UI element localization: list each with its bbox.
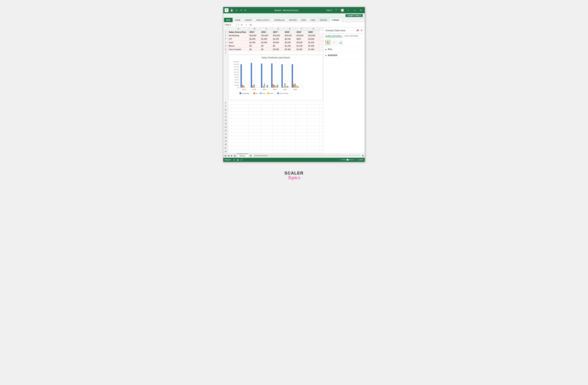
cell-13-b[interactable] <box>249 119 261 122</box>
cell-18-a[interactable] <box>228 136 249 139</box>
cell-7-a[interactable] <box>228 51 249 54</box>
fill-section-header[interactable]: ▶ FILL <box>325 47 363 51</box>
cell-17-d[interactable] <box>272 133 284 136</box>
chart-options-dropdown[interactable]: ▾ <box>341 35 342 37</box>
cell-13-c[interactable] <box>261 119 272 122</box>
col-header-b[interactable]: B <box>249 27 261 30</box>
cell-15-c[interactable] <box>261 126 272 129</box>
confirm-formula-button[interactable]: ✓ <box>244 23 248 27</box>
cell-15-f[interactable] <box>296 126 308 129</box>
cell-14-c[interactable] <box>261 122 272 125</box>
border-section-header[interactable]: ▶ BORDER <box>325 53 363 57</box>
cell-9-g[interactable] <box>308 105 319 108</box>
cell-14-b[interactable] <box>249 122 261 125</box>
cell-10-d[interactable] <box>272 108 284 112</box>
cell-15-d[interactable] <box>272 126 284 129</box>
cell-6-f[interactable]: $1,200 <box>296 48 308 51</box>
cell-13-g[interactable] <box>308 119 319 122</box>
cell-22-g[interactable] <box>308 150 319 153</box>
cell-11-e[interactable] <box>284 112 296 115</box>
tab-file[interactable]: FILE <box>224 18 232 22</box>
cell-13-f[interactable] <box>296 119 308 122</box>
cell-22-d[interactable] <box>272 150 284 153</box>
cell-10-b[interactable] <box>249 108 261 112</box>
cell-3-d[interactable]: $1,000 <box>272 37 284 41</box>
cell-12-f[interactable] <box>296 115 308 118</box>
cell-16-c[interactable] <box>261 129 272 132</box>
chart-options-tab[interactable]: CHART OPTIONS ▾ <box>325 35 342 37</box>
cell-15-g[interactable] <box>308 126 319 129</box>
cell-2-a[interactable]: Net Banking <box>228 34 249 37</box>
cell-11-g[interactable] <box>308 112 319 115</box>
zoom-out-button[interactable]: − <box>338 159 339 161</box>
cell-7-b[interactable] <box>249 51 261 54</box>
cell-8-b[interactable] <box>249 101 261 105</box>
cell-11-a[interactable] <box>228 112 249 115</box>
cell-1-d[interactable]: 2017▾ <box>272 30 284 34</box>
cell-6-g[interactable]: $1,000 <box>308 48 319 51</box>
cell-9-b[interactable] <box>249 105 261 108</box>
cell-22-f[interactable] <box>296 150 308 153</box>
tab-format[interactable]: FORMAT <box>330 18 342 22</box>
cell-18-f[interactable] <box>296 136 308 139</box>
cell-21-c[interactable] <box>261 146 272 150</box>
cell-5-e[interactable]: $1,200 <box>284 44 296 47</box>
cell-9-a[interactable] <box>228 105 249 108</box>
cell-22-e[interactable] <box>284 150 296 153</box>
cell-18-g[interactable] <box>308 136 319 139</box>
cell-19-g[interactable] <box>308 139 319 143</box>
format-panel-pin[interactable]: 📌 <box>356 29 359 32</box>
col-header-d[interactable]: D <box>272 27 284 30</box>
cell-7-c[interactable] <box>261 51 272 54</box>
cell-5-b[interactable]: $0 <box>249 44 261 47</box>
sign-in-link[interactable]: Sign in <box>326 9 332 11</box>
cell-6-a[interactable]: Carry Forward <box>228 48 249 51</box>
close-button[interactable]: ✕ <box>358 8 363 12</box>
sheet-scroll-right[interactable]: ▶ <box>361 153 365 158</box>
cell-3-b[interactable]: $2,000 <box>249 37 261 41</box>
cell-14-a[interactable] <box>228 122 249 125</box>
col-header-g[interactable]: G <box>308 27 319 30</box>
cell-5-f[interactable]: $1,100 <box>296 44 308 47</box>
cell-1-a[interactable]: Salary Source/Year <box>228 30 249 34</box>
save-button[interactable]: 💾 <box>230 8 234 12</box>
tab-design[interactable]: DESIGN <box>317 18 329 22</box>
cell-2-c[interactable]: $19,000 <box>261 34 272 37</box>
cell-20-b[interactable] <box>249 143 261 146</box>
cell-5-c[interactable]: $0 <box>261 44 272 47</box>
cell-19-b[interactable] <box>249 139 261 143</box>
qat-dropdown[interactable]: ▾ <box>244 8 246 12</box>
cell-7-f[interactable] <box>296 51 308 54</box>
cell-2-f[interactable]: $18,000 <box>296 34 308 37</box>
cell-16-a[interactable] <box>228 129 249 132</box>
cell-8-e[interactable] <box>284 101 296 105</box>
tab-formulas[interactable]: FORMULAS <box>272 18 287 22</box>
cell-2-d[interactable]: $18,500 <box>272 34 284 37</box>
cell-12-d[interactable] <box>272 115 284 118</box>
cell-14-e[interactable] <box>284 122 296 125</box>
cell-12-c[interactable] <box>261 115 272 118</box>
view-layout-icon[interactable]: ⊡ <box>241 159 242 161</box>
cell-5-d[interactable]: $0 <box>272 44 284 47</box>
undo-button[interactable]: ↩ <box>235 8 238 12</box>
format-panel-close-button[interactable]: ✕ <box>360 29 363 32</box>
cell-4-a[interactable]: Cash <box>228 41 249 44</box>
cell-6-d[interactable]: $2,000 <box>272 48 284 51</box>
cell-8-g[interactable] <box>308 101 319 105</box>
cell-20-d[interactable] <box>272 143 284 146</box>
tab-insert[interactable]: INSERT <box>243 18 254 22</box>
cell-11-d[interactable] <box>272 112 284 115</box>
col-header-c[interactable]: C <box>261 27 272 30</box>
cell-12-g[interactable] <box>308 115 319 118</box>
cell-8-a[interactable] <box>228 101 249 105</box>
cell-3-g[interactable]: $2,600 <box>308 37 319 41</box>
sheet-scroll-thumb[interactable] <box>254 155 268 156</box>
cell-16-e[interactable] <box>284 129 296 132</box>
tab-home[interactable]: HOME <box>232 18 243 22</box>
cell-8-f[interactable] <box>296 101 308 105</box>
cell-10-f[interactable] <box>296 108 308 112</box>
add-sheet-button[interactable]: ⊕ <box>248 153 253 158</box>
cell-20-g[interactable] <box>308 143 319 146</box>
cell-10-e[interactable] <box>284 108 296 112</box>
cell-16-b[interactable] <box>249 129 261 132</box>
